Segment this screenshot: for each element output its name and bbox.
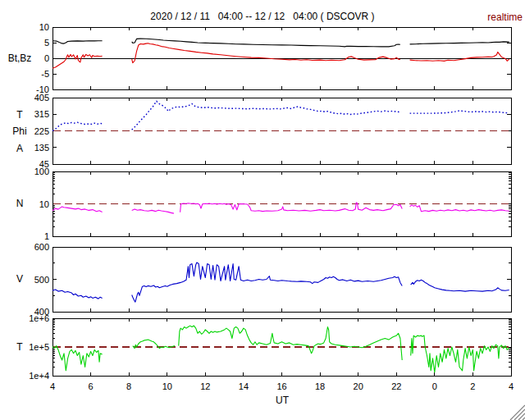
svg-text:405: 405 [34,93,49,103]
x-axis-label-ut: UT [270,395,294,406]
svg-text:0: 0 [44,53,49,63]
svg-text:12: 12 [200,381,210,391]
svg-text:0: 0 [432,381,437,391]
panel5-ylabel-t: T [2,341,38,353]
svg-text:6: 6 [89,381,94,391]
svg-text:1e+6: 1e+6 [29,313,49,323]
panel2-ylabel-t: T [2,109,38,121]
resize-grip-icon [510,405,525,420]
svg-text:10: 10 [162,381,172,391]
svg-text:14: 14 [239,381,249,391]
plot-title: 2020 / 12 / 11 04:00 -- 12 / 12 04:00 ( … [0,11,525,22]
dscovr-solar-wind-plot: -10-50510451352253154051101004005006001e… [0,0,525,420]
svg-text:16: 16 [276,381,286,391]
svg-text:20: 20 [354,381,363,391]
svg-text:4: 4 [50,381,55,391]
svg-text:22: 22 [391,381,401,391]
chart-canvas: -10-50510451352253154051101004005006001e… [0,0,525,420]
svg-text:1: 1 [44,231,49,241]
svg-text:4: 4 [509,381,514,391]
svg-text:600: 600 [34,242,49,252]
svg-text:8: 8 [126,381,131,391]
svg-text:10: 10 [39,22,49,32]
svg-text:10: 10 [39,199,49,209]
svg-text:5: 5 [44,38,49,48]
panel2-ylabel-a: A [2,143,38,154]
panel1-ylabel-btbz: Bt,Bz [2,52,38,64]
svg-text:2: 2 [470,381,475,391]
svg-text:18: 18 [315,381,325,391]
panel4-ylabel-v: V [2,273,38,285]
svg-text:-5: -5 [41,69,49,79]
panel3-ylabel-n: N [2,198,38,209]
realtime-label: realtime [487,11,523,23]
svg-text:1e+4: 1e+4 [29,371,49,381]
panel2-ylabel-phi: Phi [2,126,38,137]
svg-text:100: 100 [34,167,49,176]
